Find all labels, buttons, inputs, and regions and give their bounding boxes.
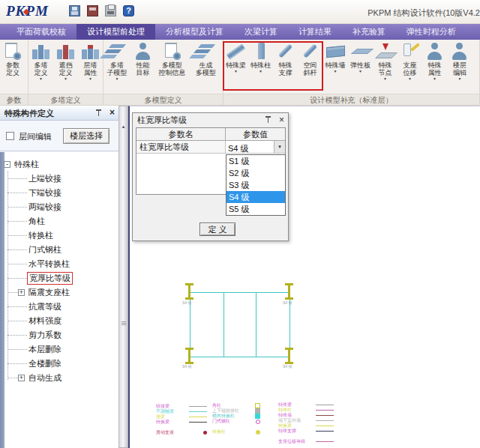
tree-item[interactable]: 角柱 <box>0 214 118 228</box>
ribbon-tab[interactable]: 次梁计算 <box>234 24 288 40</box>
ribbon-tab[interactable]: 分析模型及计算 <box>155 24 234 40</box>
legend-label: 门式钢柱 <box>212 419 230 424</box>
tree-item[interactable]: + 隔震支座柱 <box>0 285 118 300</box>
combobox-arrow-icon[interactable]: ▼ <box>274 141 285 153</box>
tree-item[interactable]: 转换柱 <box>0 228 118 243</box>
close-icon[interactable]: × <box>279 115 284 125</box>
chevron-down-icon[interactable]: ▼ <box>334 69 338 73</box>
floor-select-button[interactable]: 楼层选择 <box>63 128 110 144</box>
dropdown-option[interactable]: S4 级 <box>226 191 285 203</box>
ribbon-button[interactable]: 性能 目标 <box>130 40 155 94</box>
legend-label: 滑动支座 <box>156 430 174 435</box>
dropdown-option[interactable]: S3 级 <box>226 179 285 191</box>
tree-connector-line <box>8 235 27 236</box>
close-icon[interactable]: × <box>110 107 115 118</box>
tree-item[interactable]: 抗震等级 <box>0 300 118 314</box>
tree-item[interactable]: - 特殊柱 <box>0 157 118 172</box>
print-icon[interactable] <box>105 5 116 16</box>
ribbon-button[interactable]: 多塔 子模型 ▼ <box>104 40 130 94</box>
legend-label: 不调幅梁 <box>156 409 174 414</box>
scroll-up-icon[interactable]: ▲ <box>119 124 128 129</box>
ribbon-button[interactable]: 特殊柱 ▼ <box>248 40 273 94</box>
ribbon-button[interactable]: 楼层 编辑 ▼ <box>447 40 472 94</box>
ribbon-button[interactable]: 特殊 节点 ▼ <box>373 40 398 94</box>
tree-item[interactable]: 剪力系数 <box>0 328 118 342</box>
tree-item[interactable]: 下端铰接 <box>0 186 118 200</box>
tree-item[interactable]: 全楼删除 <box>0 357 118 371</box>
print-preview-icon[interactable] <box>87 5 98 16</box>
dropdown-option[interactable]: S2 级 <box>226 167 285 179</box>
ribbon-tab[interactable]: 弹性时程分析 <box>396 24 466 40</box>
ribbon-button[interactable]: 空间 斜杆 <box>298 40 322 94</box>
tree-item[interactable]: 本层删除 <box>0 342 118 357</box>
tree-item[interactable]: + 自动生成 <box>0 371 118 385</box>
ribbon-button[interactable]: 参数 定义 <box>0 40 26 94</box>
tree-item[interactable]: 两端铰接 <box>0 200 118 214</box>
chevron-down-icon[interactable]: ▼ <box>383 76 387 81</box>
ribbon-button[interactable]: 生成 多模型 <box>189 40 223 94</box>
legend-swatch <box>316 441 334 442</box>
ribbon-tab[interactable]: 设计模型前处理 <box>76 24 155 40</box>
chevron-down-icon[interactable]: ▼ <box>433 76 436 81</box>
tree-expander[interactable]: + <box>18 375 25 381</box>
ribbon-button[interactable]: 多模型 控制信息 <box>155 40 189 94</box>
ribbon-button[interactable]: 支座 位移 ▼ <box>398 40 422 94</box>
chevron-down-icon[interactable]: ▼ <box>234 69 238 73</box>
tree-item[interactable]: 水平转换柱 <box>0 257 118 271</box>
tree-item[interactable]: 门式钢柱 <box>0 243 118 257</box>
width-thickness-dialog: 柱宽厚比等级 × 参数名 参数值 柱宽厚比等级 S4 级 ▼ S1 级 S2 级 <box>132 112 289 241</box>
ribbon-group: 多塔 定义 ▼ 遮挡 定义 ▼ 层塔 属性 ▼ <box>28 40 104 105</box>
ribbon-button[interactable]: 特殊 支撑 <box>273 40 298 94</box>
interlayer-edit-checkbox[interactable] <box>6 132 14 140</box>
grade-combobox[interactable]: S4 级 ▼ <box>226 141 285 153</box>
ribbon-button[interactable]: 层塔 属性 ▼ <box>78 40 103 94</box>
panel-scrollbar[interactable]: ▲ <box>118 106 128 448</box>
ribbon-button[interactable]: 特殊梁 ▼ <box>224 40 248 94</box>
ribbon-button[interactable]: 遮挡 定义 ▼ <box>53 40 78 94</box>
tree-item-label: 宽厚比等级 <box>27 272 73 285</box>
chevron-down-icon[interactable]: ▼ <box>39 76 43 81</box>
chevron-down-icon[interactable]: ▼ <box>458 76 462 81</box>
legend-swatch <box>256 430 260 435</box>
pin-icon[interactable] <box>265 116 272 124</box>
splitter-grip[interactable] <box>122 321 126 322</box>
ribbon-tab[interactable]: 计算结果 <box>288 24 342 40</box>
tree-expander[interactable]: + <box>18 289 25 296</box>
legend-row: 不调幅梁 <box>156 409 207 414</box>
dropdown-option[interactable]: S5 级 <box>226 203 285 215</box>
ribbon-button-label: 层塔 属性 <box>84 61 98 76</box>
chevron-down-icon[interactable]: ▼ <box>64 76 68 81</box>
ribbon-button[interactable]: 多塔 定义 ▼ <box>28 40 53 94</box>
ribbon-tab[interactable]: 补充验算 <box>342 24 396 40</box>
interlayer-edit-label: 层间编辑 <box>19 131 52 142</box>
save-icon[interactable] <box>69 5 80 16</box>
tree-item[interactable]: 材料强度 <box>0 314 118 328</box>
ribbon-button[interactable]: 特殊墙 ▼ <box>322 40 348 94</box>
tree-expander[interactable]: - <box>4 161 10 168</box>
ribbon-button[interactable]: 弹性板 ▼ <box>348 40 373 94</box>
column-label: S4 级 <box>182 300 192 305</box>
legend-swatch <box>316 426 334 426</box>
chevron-down-icon[interactable]: ▼ <box>259 69 262 73</box>
tree-item[interactable]: 宽厚比等级 <box>0 271 118 285</box>
member-tree: - 特殊柱 上端铰接 下端铰接 两端铰 <box>0 152 118 448</box>
pin-icon[interactable] <box>95 109 102 117</box>
ribbon-button[interactable]: 特殊 属性 ▼ <box>422 40 447 94</box>
dropdown-option[interactable]: S1 级 <box>226 155 285 167</box>
parameter-name-cell: 柱宽厚比等级 <box>136 141 226 153</box>
tree-item-label: 隔震支座柱 <box>27 287 71 298</box>
tree-item[interactable]: 上端铰接 <box>0 172 118 186</box>
ribbon-button-label: 特殊 属性 <box>428 61 442 76</box>
chevron-down-icon[interactable]: ▼ <box>88 76 92 81</box>
help-icon[interactable]: ? <box>123 5 134 16</box>
ribbon-button-icon <box>226 42 246 61</box>
chevron-down-icon[interactable]: ▼ <box>358 69 362 73</box>
chevron-down-icon[interactable]: ▼ <box>116 76 119 81</box>
legend-row: 横向转换柱 <box>212 414 260 419</box>
legend-row: 门式钢柱 <box>212 419 260 424</box>
ribbon-tab[interactable]: 平面荷载校核 <box>6 24 76 40</box>
chevron-down-icon[interactable]: ▼ <box>408 76 412 81</box>
ribbon-button-icon <box>134 42 153 61</box>
define-button[interactable]: 定 义 <box>200 223 236 236</box>
legend-column-2: 角柱 上下端铰接柱 横向转换柱 门式钢柱 <box>212 403 260 435</box>
